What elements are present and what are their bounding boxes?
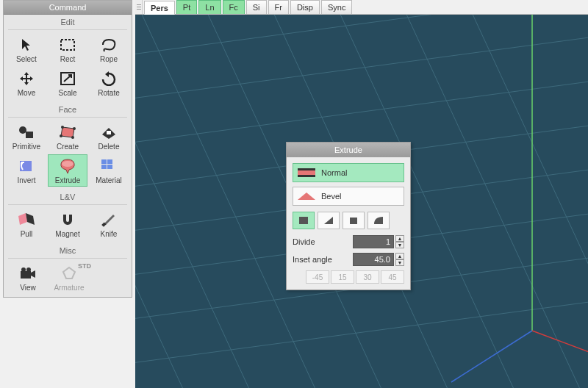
inset-label: Inset angle	[293, 255, 353, 264]
lasso-icon	[97, 36, 121, 54]
svg-point-8	[73, 127, 76, 130]
delete-icon	[97, 123, 121, 141]
svg-line-38	[400, 15, 584, 388]
tool-rotate[interactable]: Rotate	[89, 67, 129, 99]
divide-label: Divide	[293, 237, 353, 246]
divide-down[interactable]: ▼	[395, 242, 404, 248]
quick-angle-30[interactable]: 30	[356, 270, 379, 284]
std-badge: STD	[78, 262, 91, 270]
svg-line-26	[135, 294, 588, 367]
tool-armature: STD Armature	[49, 262, 89, 294]
tab-fc[interactable]: Fc	[223, 0, 245, 14]
tool-select[interactable]: Select	[7, 33, 46, 65]
shape-curve[interactable]	[368, 212, 390, 229]
tool-create[interactable]: Create	[48, 121, 87, 153]
tab-pt[interactable]: Pt	[176, 0, 197, 14]
svg-line-39	[466, 15, 588, 388]
create-face-icon	[56, 123, 79, 141]
section-title-lv: L&V	[4, 190, 132, 203]
extrude-icon	[56, 157, 79, 175]
svg-marker-6	[61, 127, 74, 137]
tab-drag-handle[interactable]	[135, 0, 143, 14]
shape-flat[interactable]	[293, 212, 315, 229]
svg-rect-42	[299, 217, 308, 224]
tool-material[interactable]: Material	[89, 154, 129, 187]
pull-icon	[15, 211, 38, 229]
tool-view[interactable]: View	[8, 262, 48, 294]
svg-marker-3	[105, 71, 109, 77]
svg-rect-16	[101, 165, 107, 169]
quick-angle-n45[interactable]: -45	[306, 270, 329, 284]
svg-rect-15	[107, 159, 112, 164]
section-title-misc: Misc	[4, 243, 132, 256]
tool-extrude[interactable]: Extrude	[48, 154, 87, 187]
material-icon	[97, 157, 121, 175]
shape-slope-left[interactable]	[318, 212, 340, 229]
cursor-icon	[15, 36, 38, 54]
inset-input[interactable]: 45.0	[353, 253, 394, 266]
extrude-shape-row	[293, 210, 404, 231]
extrude-popup[interactable]: Extrude Normal Bevel Divide 1 ▲▼ Inset a…	[286, 142, 411, 290]
quick-angle-45[interactable]: 45	[381, 270, 404, 284]
svg-marker-19	[26, 213, 35, 225]
svg-marker-0	[22, 39, 30, 51]
extrude-option-normal[interactable]: Normal	[293, 163, 404, 182]
tool-primitive[interactable]: Primitive	[7, 121, 46, 153]
section-title-edit: Edit	[4, 15, 132, 28]
scale-icon	[56, 70, 79, 87]
axis-z	[451, 331, 532, 382]
tool-move[interactable]: Move	[7, 67, 46, 99]
svg-point-7	[61, 126, 64, 129]
svg-line-31	[135, 73, 588, 147]
tool-magnet[interactable]: Magnet	[48, 208, 87, 240]
shape-square[interactable]	[343, 212, 365, 229]
tool-invert[interactable]: Invert	[7, 154, 46, 187]
rotate-icon	[97, 70, 121, 87]
svg-point-10	[60, 134, 62, 137]
camera-icon	[16, 265, 40, 282]
svg-line-40	[135, 15, 253, 388]
svg-point-9	[71, 136, 74, 139]
svg-line-41	[135, 15, 187, 388]
svg-marker-43	[324, 217, 333, 224]
svg-rect-14	[101, 159, 107, 164]
bevel-swatch-icon	[298, 193, 315, 200]
svg-rect-21	[21, 271, 31, 279]
tool-rope[interactable]: Rope	[89, 33, 129, 65]
divide-input[interactable]: 1	[353, 235, 394, 248]
quick-angle-15[interactable]: 15	[331, 270, 354, 284]
svg-rect-44	[350, 218, 357, 224]
svg-line-32	[135, 29, 588, 103]
axis-x	[532, 331, 588, 353]
svg-line-33	[135, 15, 588, 59]
tool-delete[interactable]: Delete	[89, 121, 129, 153]
tab-si[interactable]: Si	[246, 0, 267, 14]
tab-ln[interactable]: Ln	[198, 0, 220, 14]
svg-marker-18	[18, 213, 27, 225]
move-icon	[15, 70, 38, 87]
svg-marker-24	[31, 270, 35, 278]
inset-down[interactable]: ▼	[395, 259, 404, 266]
svg-rect-17	[107, 165, 112, 169]
svg-rect-1	[61, 40, 74, 50]
tab-disp[interactable]: Disp	[290, 0, 320, 14]
inset-up[interactable]: ▲	[395, 253, 404, 259]
svg-marker-25	[63, 267, 75, 279]
command-panel-title: Command	[4, 1, 132, 15]
tab-fr[interactable]: Fr	[268, 0, 289, 14]
tool-knife[interactable]: Knife	[89, 208, 129, 240]
divide-up[interactable]: ▲	[395, 235, 404, 242]
svg-point-22	[21, 267, 26, 272]
svg-point-23	[26, 267, 31, 272]
section-title-face: Face	[4, 102, 132, 115]
tab-pers[interactable]: Pers	[144, 1, 175, 15]
normal-swatch-icon	[298, 168, 315, 177]
tab-sync[interactable]: Sync	[321, 0, 352, 14]
tool-rect[interactable]: Rect	[48, 33, 87, 65]
svg-point-13	[62, 161, 74, 167]
tool-scale[interactable]: Scale	[48, 67, 87, 99]
tool-pull[interactable]: Pull	[7, 208, 46, 240]
extrude-option-bevel[interactable]: Bevel	[293, 187, 404, 206]
magnet-icon	[56, 211, 79, 229]
invert-icon	[15, 157, 38, 175]
